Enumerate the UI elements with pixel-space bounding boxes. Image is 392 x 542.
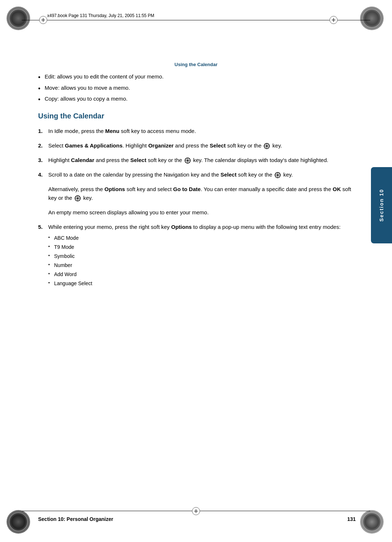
step-5-subbullets: ABC Mode T9 Mode Symbolic Number Add Wor…	[48, 234, 356, 287]
section-tab: Section 10	[371, 167, 392, 243]
intro-bullet-3: Copy: allows you to copy a memo.	[38, 95, 356, 103]
section-tab-label: Section 10	[379, 189, 384, 222]
nav-icon-3	[184, 157, 191, 164]
step-4c-goto-bold: Go to Date	[173, 186, 201, 192]
step-5-text: While entering your memo, press the righ…	[48, 224, 340, 230]
section-heading: Using the Calendar	[38, 112, 356, 120]
sub-bullet-number: Number	[48, 262, 356, 269]
sub-bullet-t9: T9 Mode	[48, 243, 356, 251]
step-4-select-bold: Select	[220, 171, 236, 178]
main-content: Edit: allows you to edit the content of …	[38, 73, 356, 293]
sub-bullet-symbolic: Symbolic	[48, 252, 356, 260]
nav-icon-4c	[74, 195, 81, 202]
sub-bullet-abc: ABC Mode	[48, 234, 356, 242]
corner-decoration-br	[360, 510, 385, 535]
corner-decoration-tr	[360, 7, 385, 32]
step-3-text: Highlight Calendar and press the Select …	[48, 157, 328, 163]
step-2-games-bold: Games & Applications	[65, 142, 123, 149]
step-5-options-bold: Options	[171, 224, 192, 230]
step-4: Scroll to a date on the calendar by pres…	[38, 170, 356, 179]
step-3-select-bold: Select	[130, 157, 146, 163]
step-3: Highlight Calendar and press the Select …	[38, 156, 356, 165]
step-4-text: Scroll to a date on the calendar by pres…	[48, 171, 293, 178]
header-text: x497.book Page 131 Thursday, July 21, 20…	[47, 13, 154, 18]
step-4c-ok-bold: OK	[332, 186, 341, 192]
step-4-continuation: Alternatively, press the Options soft ke…	[48, 185, 356, 202]
step-3-calendar-bold: Calendar	[71, 157, 94, 163]
sub-bullet-addword: Add Word	[48, 271, 356, 278]
step-1-menu-bold: Menu	[105, 128, 119, 134]
nav-icon-4	[274, 172, 281, 178]
running-head: Using the Calendar	[0, 62, 392, 67]
intro-bullet-2: Move: allows you to move a memo.	[38, 84, 356, 92]
footer-section-label: Section 10: Personal Organizer	[38, 516, 113, 522]
header-bar	[22, 20, 370, 20]
step-4c-options-bold: Options	[105, 186, 125, 192]
nav-icon-2	[264, 143, 270, 149]
step-2-select-bold: Select	[210, 142, 226, 149]
step-1-text: In Idle mode, press the Menu soft key to…	[48, 128, 196, 134]
steps-list: In Idle mode, press the Menu soft key to…	[38, 127, 356, 179]
step-2: Select Games & Applications. Highlight O…	[38, 141, 356, 150]
intro-bullet-list: Edit: allows you to edit the content of …	[38, 73, 356, 103]
footer-page-number: 131	[347, 516, 356, 522]
step-2-text: Select Games & Applications. Highlight O…	[48, 142, 282, 149]
corner-decoration-bl	[7, 510, 32, 535]
step-2-organizer-bold: Organizer	[148, 142, 173, 149]
header-crosshair-right	[330, 16, 338, 24]
header-crosshair-left	[39, 16, 47, 24]
step-4-continuation-2: An empty memo screen displays allowing y…	[48, 208, 356, 217]
step-1: In Idle mode, press the Menu soft key to…	[38, 127, 356, 136]
footer-crosshair-center	[192, 507, 200, 515]
step-5-list: While entering your memo, press the righ…	[38, 223, 356, 287]
sub-bullet-langselect: Language Select	[48, 280, 356, 287]
step-5: While entering your memo, press the righ…	[38, 223, 356, 287]
intro-bullet-1: Edit: allows you to edit the content of …	[38, 73, 356, 81]
footer-content: Section 10: Personal Organizer 131	[38, 516, 356, 522]
corner-decoration-tl	[7, 7, 32, 32]
